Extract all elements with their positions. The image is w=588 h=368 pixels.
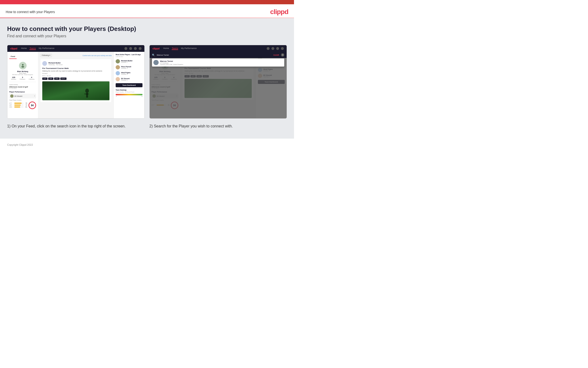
quality-bar-bg-ott xyxy=(14,103,24,104)
search-icon-nav-2[interactable] xyxy=(267,47,270,50)
player-avatar-2 xyxy=(116,71,120,75)
nav-home-2[interactable]: Home xyxy=(163,47,169,50)
pp-player-avatar xyxy=(10,94,14,98)
pp-dropdown-icon[interactable]: ▾ xyxy=(34,95,35,97)
stat-following-label: Following xyxy=(29,78,34,80)
search-result-avatar xyxy=(153,60,159,65)
left-panel-1: Feed Blair McHarg Golf Coach Mill Ride G… xyxy=(7,52,38,119)
profile-stats: 129 Activities 3 Followers 4 Following xyxy=(9,76,36,80)
player-info-0: Richard Butler Activities: 7 xyxy=(121,60,142,63)
card-tag-ott: OTT xyxy=(42,77,47,80)
heatmap-bar-bg xyxy=(116,94,142,95)
heatmap-sub: Player Quality · 20 Round Trend xyxy=(116,91,142,93)
stat-followers-label: Followers xyxy=(20,78,26,80)
control-link[interactable]: Control who can see your activity and da… xyxy=(83,55,112,56)
card-user-meta: Yesterday · The Grove xyxy=(48,64,109,65)
quality-tag-app: APP xyxy=(9,104,14,106)
screenshots-row: clippd Home Teams My Performance xyxy=(7,45,287,129)
card-tag-app: APP xyxy=(48,77,53,80)
screenshot-col-1: clippd Home Teams My Performance xyxy=(7,45,145,129)
clear-button[interactable]: CLEAR xyxy=(273,54,279,56)
nav-items-2: Home Teams My Performance xyxy=(163,47,197,50)
player-name-1: Piers Parnell xyxy=(121,66,142,67)
player-name-3: Eli Vincent xyxy=(121,78,142,79)
latest-activity-date: 27 Jul 2022 xyxy=(9,88,36,89)
player-item-3: Eli Vincent Activities: 1 xyxy=(116,77,142,81)
screenshot-frame-1: clippd Home Teams My Performance xyxy=(7,45,145,119)
search-overlay: 🔍 Marcus Turner CLEAR ✕ Marcus Turner 1-… xyxy=(149,52,287,119)
top-bar xyxy=(0,0,294,4)
stat-followers-num: 3 xyxy=(20,76,26,78)
avatar-icon-nav-2[interactable] xyxy=(281,47,284,50)
score-circle: 84 xyxy=(28,101,36,109)
quality-bar-bg-app xyxy=(14,105,24,106)
profile-section: Blair McHarg Golf Coach Mill Ride Golf C… xyxy=(9,61,36,82)
card-user-avatar xyxy=(42,61,47,66)
activity-card: Richard Butler Yesterday · The Grove Pre… xyxy=(40,59,112,102)
right-panel-1: Most Active Players - Last 30 days Last … xyxy=(114,52,144,119)
user-icon-nav-2[interactable] xyxy=(272,47,274,50)
stat-activities: 129 Activities xyxy=(11,76,16,80)
quality-tag-ott: OTT xyxy=(9,102,14,104)
nav-myperformance-1[interactable]: My Performance xyxy=(39,47,54,50)
card-tag-arg: ARG xyxy=(54,77,60,80)
nav-right-2 xyxy=(267,47,284,50)
profile-club: Mill Ride Golf Club, United Kingdom xyxy=(9,74,36,75)
pp-player-name: Eli Vincent xyxy=(15,95,33,97)
user-icon-nav[interactable] xyxy=(129,47,132,50)
player-performance-left: Player Performance Eli Vincent ▾ Total P… xyxy=(9,91,36,109)
team-heatmap-title: Team Heatmap xyxy=(116,89,142,91)
team-dashboard-btn[interactable]: Team Dashboard xyxy=(116,83,142,87)
search-bar-overlay: 🔍 Marcus Turner CLEAR ✕ xyxy=(149,52,287,58)
quality-bar-app xyxy=(14,105,21,106)
profile-avatar xyxy=(19,62,26,69)
player-name-2: Hiral Pujara xyxy=(121,72,142,74)
feed-tab[interactable]: Feed xyxy=(9,55,17,59)
main-content: How to connect with your Players (Deskto… xyxy=(0,18,294,138)
stat-following: 4 Following xyxy=(29,76,34,80)
footer: Copyright Clippd 2022 xyxy=(0,138,294,150)
following-button[interactable]: Following ▾ xyxy=(40,54,52,57)
header: How to connect with your Players clippd xyxy=(0,4,294,18)
search-icon-nav[interactable] xyxy=(124,47,127,50)
close-button[interactable]: ✕ xyxy=(281,53,284,56)
svg-point-0 xyxy=(22,64,24,66)
card-image xyxy=(42,81,109,100)
nav-myperformance-2[interactable]: My Performance xyxy=(181,47,197,50)
player-activities-3: Activities: 1 xyxy=(121,79,142,81)
quality-num-ott: 79 xyxy=(24,102,27,104)
avatar-icon-nav[interactable] xyxy=(139,47,141,50)
player-info-2: Hiral Pujara Activities: 3 xyxy=(121,72,142,75)
quality-row-app: APP 70 xyxy=(9,104,27,106)
player-info-1: Piers Parnell Activities: 4 xyxy=(121,66,142,69)
search-result-dropdown[interactable]: Marcus Turner 1-5 Handicap Cypress Point… xyxy=(152,58,284,66)
most-active-title: Most Active Players - Last 30 days xyxy=(116,54,142,55)
card-user-row: Richard Butler Yesterday · The Grove xyxy=(42,61,109,66)
settings-icon-nav-2[interactable] xyxy=(276,47,279,50)
player-item-1: Piers Parnell Activities: 4 xyxy=(116,65,142,69)
card-user-info: Richard Butler Yesterday · The Grove xyxy=(48,62,109,65)
quality-content: OTT 79 APP xyxy=(9,101,36,109)
nav-right-1 xyxy=(124,47,141,50)
card-duration: 02 hr : 00 min xyxy=(42,75,109,77)
page-subheading: Find and connect with your Players xyxy=(7,34,287,38)
following-bar: Following ▾ Control who can see your act… xyxy=(40,54,112,57)
stat-activities-num: 129 xyxy=(11,76,16,78)
nav-home-1[interactable]: Home xyxy=(21,47,26,50)
feed-content: Following ▾ Control who can see your act… xyxy=(38,52,114,106)
player-item-0: Richard Butler Activities: 7 xyxy=(116,59,142,64)
nav-logo-2: clippd xyxy=(152,47,159,50)
search-icon-overlay: 🔍 xyxy=(152,54,155,56)
settings-icon-nav[interactable] xyxy=(134,47,137,50)
player-info-3: Eli Vincent Activities: 1 xyxy=(121,78,142,81)
search-input[interactable]: Marcus Turner xyxy=(157,54,272,56)
nav-items-1: Home Teams My Performance xyxy=(21,47,54,50)
nav-teams-2[interactable]: Teams xyxy=(172,47,178,50)
svg-point-3 xyxy=(85,89,89,93)
quality-tag-arg: ARG xyxy=(9,106,14,108)
player-activities-1: Activities: 4 xyxy=(121,67,142,69)
latest-activity: Latest Activity Afternoon round of golf … xyxy=(9,84,36,89)
nav-teams-1[interactable]: Teams xyxy=(29,47,36,50)
latest-activity-text: Afternoon round of golf xyxy=(9,86,36,88)
heatmap-bar: -5 +5 xyxy=(116,94,142,97)
